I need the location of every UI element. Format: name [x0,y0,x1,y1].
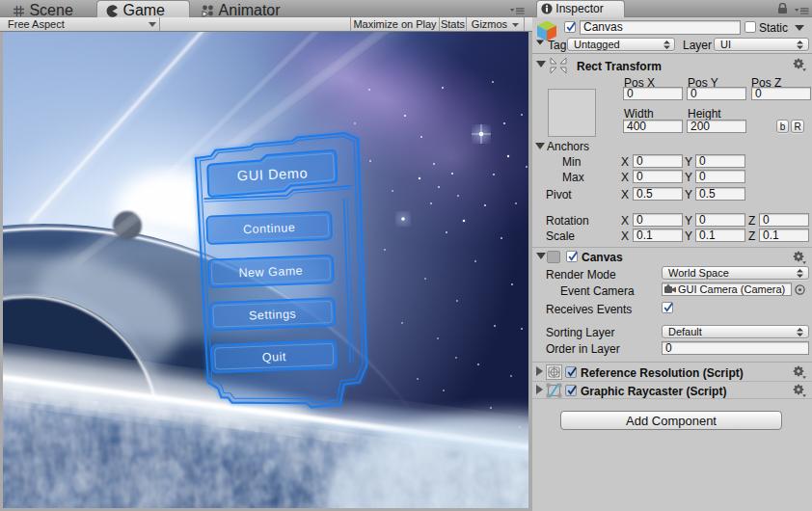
svg-text:Settings: Settings [249,308,297,323]
svg-text:New Game: New Game [238,264,303,281]
svg-text:GUI Demo: GUI Demo [237,166,309,184]
svg-text:Quit: Quit [262,350,286,364]
svg-text:Continue: Continue [243,221,296,236]
